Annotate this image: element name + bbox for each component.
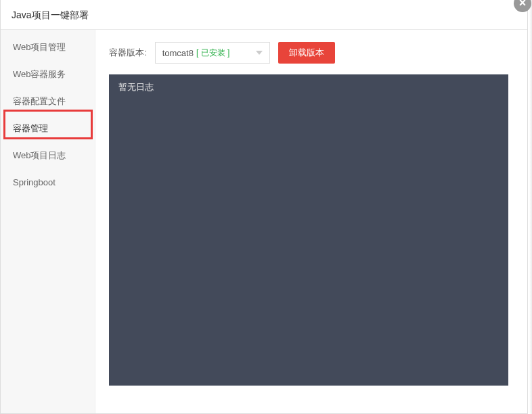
version-label: 容器版本: bbox=[109, 47, 147, 59]
sidebar-item-label: 容器管理 bbox=[13, 123, 48, 133]
sidebar-item-label: Web容器服务 bbox=[13, 69, 66, 79]
sidebar-item-label: Springboot bbox=[13, 177, 56, 187]
sidebar-item-web-project[interactable]: Web项目管理 bbox=[1, 34, 95, 61]
uninstall-button[interactable]: 卸载版本 bbox=[278, 42, 335, 64]
right-edge-shadow bbox=[529, 0, 532, 414]
sidebar: Web项目管理 Web容器服务 容器配置文件 容器管理 Web项目日志 Spri… bbox=[1, 30, 95, 413]
log-panel: 暂无日志 bbox=[109, 74, 508, 386]
sidebar-item-label: Web项目管理 bbox=[13, 42, 66, 52]
chevron-down-icon bbox=[256, 51, 263, 55]
installed-tag: [ 已安装 ] bbox=[196, 47, 229, 59]
sidebar-item-web-project-log[interactable]: Web项目日志 bbox=[1, 142, 95, 169]
sidebar-item-web-container-service[interactable]: Web容器服务 bbox=[1, 61, 95, 88]
log-empty-text: 暂无日志 bbox=[118, 82, 154, 92]
select-value: tomcat8 bbox=[162, 48, 194, 58]
sidebar-item-springboot[interactable]: Springboot bbox=[1, 169, 95, 196]
sidebar-item-container-manage[interactable]: 容器管理 bbox=[1, 115, 95, 142]
modal-body: Web项目管理 Web容器服务 容器配置文件 容器管理 Web项目日志 Spri… bbox=[1, 30, 527, 413]
modal-title: Java项目一键部署 bbox=[1, 0, 527, 30]
toolbar: 容器版本: tomcat8 [ 已安装 ] 卸载版本 bbox=[109, 42, 514, 64]
sidebar-item-label: 容器配置文件 bbox=[13, 96, 66, 106]
content-area: 容器版本: tomcat8 [ 已安装 ] 卸载版本 暂无日志 bbox=[95, 30, 527, 413]
modal-container: × Java项目一键部署 Web项目管理 Web容器服务 容器配置文件 容器管理… bbox=[0, 0, 528, 414]
sidebar-item-container-config[interactable]: 容器配置文件 bbox=[1, 88, 95, 115]
container-version-select[interactable]: tomcat8 [ 已安装 ] bbox=[155, 42, 270, 64]
sidebar-item-label: Web项目日志 bbox=[13, 150, 66, 160]
